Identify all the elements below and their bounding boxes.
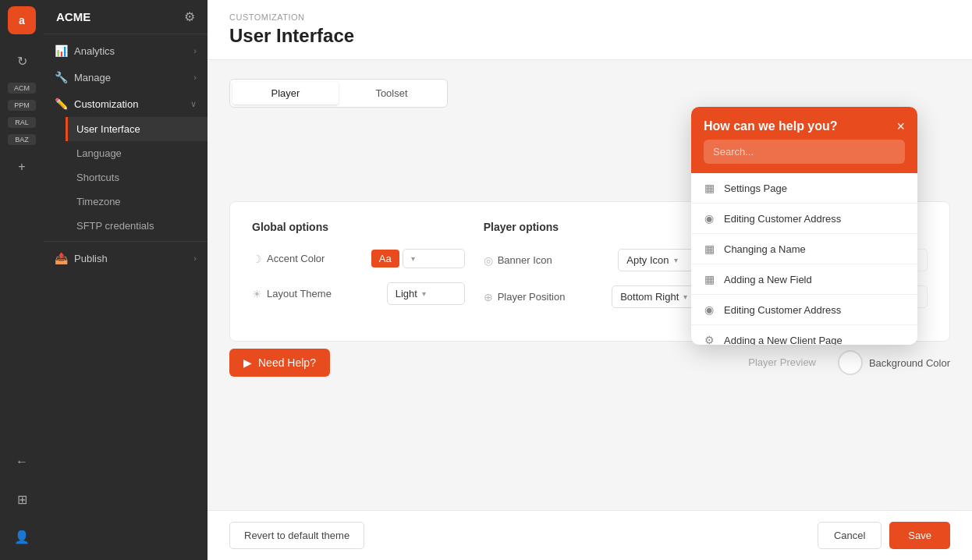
analytics-icon: 📊 bbox=[55, 44, 68, 57]
grid-icon: ⊞ bbox=[8, 485, 36, 513]
refresh-icon: ↻ bbox=[8, 47, 36, 75]
icon-rail: a ↻ ACM PPM RAL BAZ + ← ⊞ 👤 bbox=[0, 0, 44, 560]
help-popup: How can we help you? × ▦ Settings Page ◉… bbox=[691, 107, 917, 345]
sidebar-subitem-timezone[interactable]: Timezone bbox=[66, 190, 208, 214]
help-item-settings-page[interactable]: ▦ Settings Page bbox=[691, 173, 917, 204]
settings-page-icon: ▦ bbox=[702, 182, 716, 194]
sidebar-subitem-language[interactable]: Language bbox=[66, 141, 208, 165]
banner-icon-label: ◎ Banner Icon bbox=[484, 254, 611, 267]
help-item-editing-customer[interactable]: ◉ Editing Customer Address bbox=[691, 204, 917, 234]
accent-color-box[interactable]: Aa bbox=[371, 250, 399, 268]
accent-color-label: ☽ Accent Color bbox=[252, 253, 364, 265]
banner-icon-row: ◎ Banner Icon Apty Icon ▾ bbox=[484, 249, 697, 271]
rail-item-ppm[interactable]: PPM bbox=[8, 100, 36, 111]
user-icon: 👤 bbox=[8, 523, 36, 551]
save-button[interactable]: Save bbox=[889, 522, 950, 549]
page-header: CUSTOMIZATION User Interface bbox=[208, 0, 972, 60]
close-icon[interactable]: × bbox=[896, 119, 905, 133]
theme-caret-icon: ▾ bbox=[422, 289, 426, 298]
rail-item-acm[interactable]: ACM bbox=[8, 83, 36, 94]
main-content: CUSTOMIZATION User Interface Player Tool… bbox=[208, 0, 972, 560]
player-position-control: Bottom Right ▾ bbox=[612, 285, 696, 308]
adding-client-icon: ⚙ bbox=[702, 334, 716, 345]
help-item-adding-field[interactable]: ▦ Adding a New Field bbox=[691, 264, 917, 295]
help-popup-body: ▦ Settings Page ◉ Editing Customer Addre… bbox=[691, 173, 917, 345]
help-search-input[interactable] bbox=[704, 140, 905, 164]
changing-name-icon: ▦ bbox=[702, 243, 716, 255]
rail-refresh[interactable]: ↻ bbox=[8, 44, 36, 78]
tab-toolset[interactable]: Toolset bbox=[339, 82, 445, 105]
accent-icon: ☽ bbox=[252, 253, 262, 265]
publish-label: Publish bbox=[74, 253, 108, 264]
global-options-title: Global options bbox=[252, 221, 465, 233]
accent-color-dropdown[interactable]: ▾ bbox=[403, 249, 465, 268]
sidebar-item-publish[interactable]: 📤 Publish › bbox=[44, 245, 208, 271]
play-icon: ▶ bbox=[243, 356, 252, 369]
help-item-label: Changing a Name bbox=[724, 243, 806, 255]
layout-theme-label: ☀ Layout Theme bbox=[252, 288, 379, 300]
help-item-changing-name[interactable]: ▦ Changing a Name bbox=[691, 234, 917, 264]
banner-icon-dropdown[interactable]: Apty Icon ▾ bbox=[618, 249, 696, 271]
help-item-editing-customer-2[interactable]: ◉ Editing Customer Address bbox=[691, 295, 917, 325]
manage-icon: 🔧 bbox=[55, 71, 68, 83]
rail-add[interactable]: + bbox=[8, 150, 36, 184]
editing-customer-2-icon: ◉ bbox=[702, 303, 716, 316]
customization-chevron: ∨ bbox=[190, 99, 197, 109]
app-logo[interactable]: a bbox=[8, 6, 36, 34]
page-title: User Interface bbox=[229, 25, 950, 47]
player-options-title: Player options bbox=[484, 221, 697, 233]
help-item-label: Editing Customer Address bbox=[724, 304, 841, 316]
sidebar-item-analytics[interactable]: 📊 Analytics › bbox=[44, 37, 208, 64]
banner-icon-icon: ◎ bbox=[484, 254, 493, 267]
rail-user[interactable]: 👤 bbox=[8, 519, 36, 554]
content-area: Player Toolset How can we help you? × ▦ … bbox=[208, 60, 972, 510]
position-icon: ⊕ bbox=[484, 291, 493, 303]
player-preview-label: Player Preview bbox=[748, 356, 816, 368]
back-icon: ← bbox=[8, 448, 36, 476]
adding-field-icon: ▦ bbox=[702, 273, 716, 285]
rail-item-baz[interactable]: BAZ bbox=[8, 134, 36, 145]
revert-button[interactable]: Revert to default theme bbox=[229, 522, 364, 549]
player-position-dropdown[interactable]: Bottom Right ▾ bbox=[612, 285, 696, 308]
settings-icon[interactable]: ⚙ bbox=[184, 9, 195, 24]
background-color-control: Background Color bbox=[838, 350, 950, 375]
publish-icon: 📤 bbox=[55, 252, 68, 264]
plus-icon: + bbox=[8, 153, 36, 181]
help-item-label: Settings Page bbox=[724, 183, 787, 194]
sidebar-section-main: 📊 Analytics › 🔧 Manage › ✏️ Customizatio… bbox=[44, 34, 208, 275]
analytics-label: Analytics bbox=[74, 45, 115, 57]
layout-theme-dropdown[interactable]: Light ▾ bbox=[387, 282, 465, 305]
sidebar-subitem-sftp[interactable]: SFTP credentials bbox=[66, 214, 208, 238]
rail-grid[interactable]: ⊞ bbox=[8, 482, 36, 516]
background-color-swatch[interactable] bbox=[838, 350, 863, 375]
help-popup-content: How can we help you? × bbox=[704, 119, 905, 164]
banner-icon-control: Apty Icon ▾ bbox=[618, 249, 696, 271]
customization-label: Customization bbox=[74, 98, 138, 110]
manage-label: Manage bbox=[74, 72, 111, 83]
footer-actions: Cancel Save bbox=[818, 522, 950, 549]
player-position-row: ⊕ Player Position Bottom Right ▾ bbox=[484, 285, 697, 308]
sidebar-item-manage[interactable]: 🔧 Manage › bbox=[44, 64, 208, 90]
sidebar-title: ACME bbox=[56, 10, 90, 23]
help-popup-title: How can we help you? bbox=[704, 119, 838, 133]
player-position-label: ⊕ Player Position bbox=[484, 291, 605, 303]
sidebar-subitem-user-interface[interactable]: User Interface bbox=[66, 117, 208, 141]
background-color-label: Background Color bbox=[869, 357, 950, 369]
manage-chevron: › bbox=[193, 73, 197, 82]
help-item-adding-client-page[interactable]: ⚙ Adding a New Client Page bbox=[691, 325, 917, 345]
cancel-button[interactable]: Cancel bbox=[818, 522, 882, 549]
need-help-button[interactable]: ▶ Need Help? bbox=[229, 349, 330, 377]
layout-theme-row: ☀ Layout Theme Light ▾ bbox=[252, 282, 465, 305]
rail-item-ral[interactable]: RAL bbox=[8, 117, 36, 128]
sidebar-header: ACME ⚙ bbox=[44, 0, 208, 34]
help-popup-header: How can we help you? × bbox=[691, 107, 917, 173]
tab-player[interactable]: Player bbox=[232, 82, 339, 105]
sidebar-subitem-shortcuts[interactable]: Shortcuts bbox=[66, 165, 208, 190]
publish-chevron: › bbox=[193, 253, 197, 263]
customization-icon: ✏️ bbox=[55, 97, 68, 110]
help-item-label: Editing Customer Address bbox=[724, 213, 841, 225]
footer-bar: Revert to default theme Cancel Save bbox=[208, 510, 972, 560]
analytics-chevron: › bbox=[193, 46, 197, 55]
sidebar-item-customization[interactable]: ✏️ Customization ∨ bbox=[44, 90, 208, 117]
rail-back[interactable]: ← bbox=[8, 445, 36, 479]
